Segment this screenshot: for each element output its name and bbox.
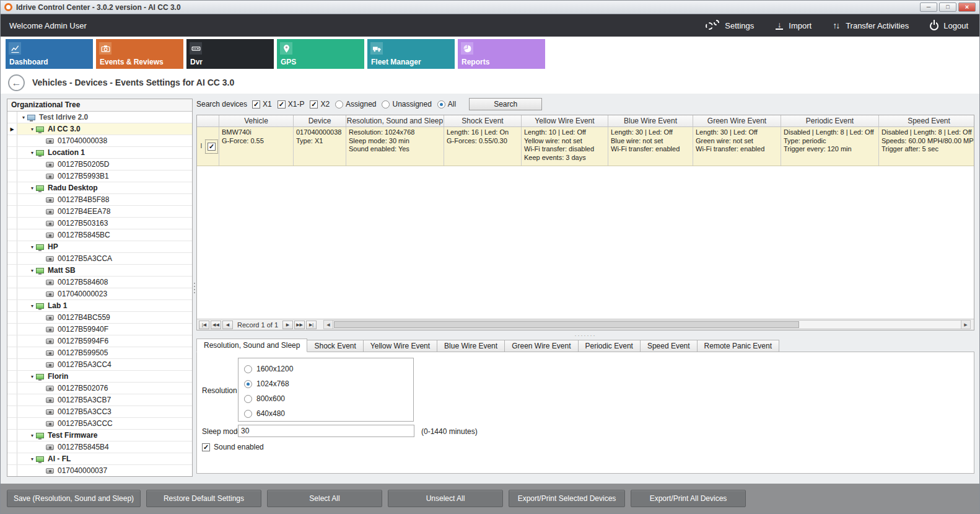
footer-restore-default-settings[interactable]: Restore Default Settings <box>146 490 261 507</box>
nav-nextpage-icon[interactable]: ▶▶ <box>294 321 305 329</box>
column-header-vehicle[interactable]: Vehicle <box>219 115 294 126</box>
nav-tile-gps[interactable]: GPS <box>277 39 364 69</box>
sleep-mode-input[interactable] <box>238 425 414 437</box>
column-header-blue-wire-event[interactable]: Blue Wire Event <box>608 115 693 126</box>
expander-icon[interactable]: ▾ <box>28 185 36 191</box>
tree-node-hp[interactable]: ▾HP <box>7 241 192 253</box>
tree-node-00127b5a3ccc[interactable]: 00127B5A3CCC <box>7 418 192 430</box>
tab-blue-wire-event[interactable]: Blue Wire Event <box>437 340 505 352</box>
nav-tile-dvr[interactable]: Dvr <box>186 39 274 69</box>
tree-node-test-idrive-2-0[interactable]: ▾Test Idrive 2.0 <box>7 112 192 123</box>
tree-node-lab-1[interactable]: ▾Lab 1 <box>7 300 192 312</box>
close-button[interactable]: × <box>958 2 976 12</box>
expander-icon[interactable]: ▾ <box>20 115 27 120</box>
tree-node-00127b4eea78[interactable]: 00127B4EEA78 <box>7 206 192 218</box>
filter-checkbox-x1[interactable]: X1 <box>252 100 272 109</box>
tree-node-00127b5994f6[interactable]: 00127B5994F6 <box>7 335 192 347</box>
table-row[interactable]: IBMW740iG-Force: 0.55017040000038Type: X… <box>197 127 974 166</box>
nav-next-icon[interactable]: ▶ <box>282 321 293 329</box>
select-column-header[interactable] <box>197 115 219 126</box>
sound-enabled-checkbox[interactable]: Sound enabled <box>202 443 264 451</box>
back-button[interactable]: ← <box>8 74 25 91</box>
column-header-resolution-sound-and-sleep[interactable]: Resolution, Sound and Sleep <box>346 115 444 126</box>
filter-radio-all[interactable]: All <box>437 100 456 109</box>
footer-select-all[interactable]: Select All <box>267 490 382 507</box>
nav-prevpage-icon[interactable]: ◀◀ <box>211 321 221 329</box>
tree-node-00127b599505[interactable]: 00127B599505 <box>7 347 192 359</box>
footer-export-print-all-devices[interactable]: Export/Print All Devices <box>631 490 746 507</box>
tree-node-00127b584608[interactable]: 00127B584608 <box>7 277 192 288</box>
tree-node-00127b5993b1[interactable]: 00127B5993B1 <box>7 171 192 182</box>
tree-node-00127b5a3cc4[interactable]: 00127B5A3CC4 <box>7 359 192 371</box>
row-checkbox[interactable] <box>205 140 218 154</box>
column-header-green-wire-event[interactable]: Green Wire Event <box>693 115 781 126</box>
tree-node-00127b4bc559[interactable]: 00127B4BC559 <box>7 312 192 324</box>
resolution-option-1600x1200[interactable]: 1600x1200 <box>238 361 413 376</box>
nav-first-icon[interactable]: |◀ <box>199 321 209 329</box>
nav-tile-fleet-manager[interactable]: Fleet Manager <box>367 39 455 69</box>
nav-last-icon[interactable]: ▶| <box>306 321 317 329</box>
filter-radio-assigned[interactable]: Assigned <box>335 100 376 109</box>
tree-node-location-1[interactable]: ▾Location 1 <box>7 147 192 159</box>
action-transfer-activities[interactable]: ↑↓Transfer Activities <box>833 20 909 30</box>
footer-unselect-all[interactable]: Unselect All <box>388 490 503 507</box>
nav-tile-dashboard[interactable]: Dashboard <box>6 39 93 69</box>
expander-icon[interactable]: ▾ <box>28 126 36 132</box>
tree-node-00127b503163[interactable]: 00127B503163 <box>7 218 192 229</box>
tree-node-test-firmware[interactable]: ▾Test Firmware <box>7 430 192 441</box>
expander-icon[interactable]: ▾ <box>28 456 36 462</box>
filter-checkbox-x1-p[interactable]: X1-P <box>278 100 305 109</box>
tab-resolution-sound-and-sleep[interactable]: Resolution, Sound and Sleep <box>196 339 307 352</box>
action-import[interactable]: ↓Import <box>775 21 812 30</box>
expander-icon[interactable]: ▾ <box>28 374 36 379</box>
tree-node-00127b5a3cc3[interactable]: 00127B5A3CC3 <box>7 406 192 418</box>
expander-icon[interactable]: ▾ <box>28 303 36 309</box>
action-settings[interactable]: Settings <box>705 20 754 31</box>
column-header-speed-event[interactable]: Speed Event <box>879 115 974 126</box>
tree-node-00127b59940f[interactable]: 00127B59940F <box>7 324 192 335</box>
nav-tile-reports[interactable]: Reports <box>458 39 545 69</box>
maximize-button[interactable]: □ <box>939 2 956 12</box>
column-header-yellow-wire-event[interactable]: Yellow Wire Event <box>522 115 608 126</box>
tree-node-matt-sb[interactable]: ▾Matt SB <box>7 265 192 277</box>
footer-save-resolution-sound-and-sleep[interactable]: Save (Resolution, Sound and Sleep) <box>7 490 141 507</box>
tab-remote-panic-event[interactable]: Remote Panic Event <box>698 340 779 352</box>
search-button[interactable]: Search <box>469 98 542 110</box>
tree-node-017040000023[interactable]: 017040000023 <box>7 288 192 300</box>
nav-tile-events-reviews[interactable]: Events & Reviews <box>96 39 183 69</box>
horizontal-splitter[interactable]: ······· <box>196 332 974 339</box>
column-header-shock-event[interactable]: Shock Event <box>444 115 522 126</box>
resolution-option-1024x768[interactable]: 1024x768 <box>238 376 413 391</box>
tree-node-017040000038[interactable]: 017040000038 <box>7 135 192 147</box>
column-header-device[interactable]: Device <box>294 115 346 126</box>
tree-node-00127b502076[interactable]: 00127B502076 <box>7 383 192 394</box>
tree-node-00127b5a3cca[interactable]: 00127B5A3CCA <box>7 253 192 265</box>
nav-prev-icon[interactable]: ◀ <box>222 321 233 329</box>
tree-node-radu-desktop[interactable]: ▾Radu Desktop <box>7 182 192 194</box>
tree-node-00127b5a3cb7[interactable]: 00127B5A3CB7 <box>7 394 192 406</box>
expander-icon[interactable]: ▾ <box>28 268 36 273</box>
expander-icon[interactable]: ▾ <box>28 433 36 438</box>
tree-node-00127b4b5f88[interactable]: 00127B4B5F88 <box>7 194 192 206</box>
filter-radio-unassigned[interactable]: Unassigned <box>382 100 431 109</box>
minimize-button[interactable]: ─ <box>920 2 937 12</box>
action-logout[interactable]: Logout <box>930 20 968 30</box>
scrollbar-thumb[interactable] <box>334 321 799 328</box>
window-titlebar[interactable]: Idrive Control Center - 3.0.2 version - … <box>1 1 979 14</box>
tree-node-00127b5845b4[interactable]: 00127B5845B4 <box>7 441 192 453</box>
scroll-left-icon[interactable]: ◀ <box>324 321 333 329</box>
tab-green-wire-event[interactable]: Green Wire Event <box>505 340 578 352</box>
tab-shock-event[interactable]: Shock Event <box>307 340 363 352</box>
footer-export-print-selected-devices[interactable]: Export/Print Selected Devices <box>509 490 625 507</box>
tab-yellow-wire-event[interactable]: Yellow Wire Event <box>364 340 437 352</box>
horizontal-scrollbar[interactable]: ◀ ▶ <box>323 320 971 329</box>
tree-node-ai-fl[interactable]: ▾AI - FL <box>7 453 192 465</box>
scroll-right-icon[interactable]: ▶ <box>961 321 970 329</box>
filter-checkbox-x2[interactable]: X2 <box>310 100 330 109</box>
tree-node-017040000037[interactable]: 017040000037 <box>7 465 192 476</box>
column-header-periodic-event[interactable]: Periodic Event <box>781 115 879 126</box>
tree-node-ai-cc-3-0[interactable]: ▶▾AI CC 3.0 <box>7 123 192 135</box>
tab-periodic-event[interactable]: Periodic Event <box>579 340 641 352</box>
row-select-cell[interactable]: I <box>197 127 219 166</box>
expander-icon[interactable]: ▾ <box>28 244 36 250</box>
